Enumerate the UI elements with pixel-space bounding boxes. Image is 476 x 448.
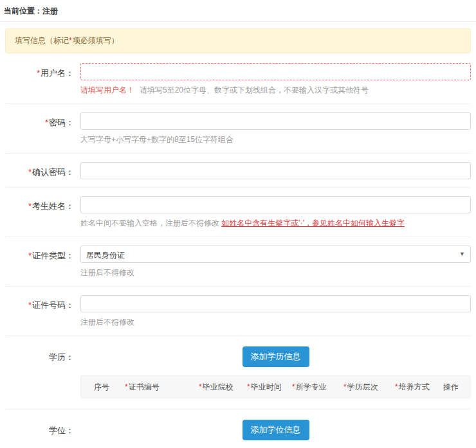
password-input[interactable]	[80, 112, 471, 130]
candidate-name-hint: 姓名中间不要输入空格，注册后不得修改 如姓名中含有生僻字或'·'，参见姓名中如何…	[80, 218, 471, 229]
id-type-hint: 注册后不得修改	[80, 267, 471, 278]
banner-text-prefix: 填写信息（标记	[15, 36, 69, 45]
required-star: *	[125, 382, 128, 391]
rare-character-help-link[interactable]: 如姓名中含有生僻字或'·'，参见姓名中如何输入生僻字	[221, 219, 405, 228]
required-star: *	[69, 36, 72, 45]
required-star: *	[37, 68, 40, 78]
username-error-message: 请填写用户名！	[80, 85, 134, 94]
breadcrumb-text: 当前位置：注册	[4, 6, 58, 15]
required-star: *	[28, 201, 32, 211]
password-label: *密码：	[5, 112, 80, 145]
required-star: *	[45, 118, 48, 127]
add-education-button[interactable]: 添加学历信息	[243, 346, 309, 367]
add-degree-button[interactable]: 添加学位信息	[243, 420, 309, 440]
column-header: 序号	[94, 382, 125, 393]
required-star: *	[28, 300, 32, 310]
column-header: *学历层次	[343, 382, 395, 393]
id-type-selected-value: 居民身份证	[86, 251, 125, 260]
education-label: 学历：	[5, 345, 80, 399]
form-row-confirm-password: *确认密码：	[5, 154, 471, 188]
required-star: *	[395, 382, 398, 391]
required-star: *	[199, 382, 202, 391]
confirm-password-label: *确认密码：	[5, 162, 80, 179]
username-label: *用户名：	[5, 63, 80, 96]
id-number-label: *证件号码：	[5, 295, 80, 328]
username-input[interactable]	[80, 63, 471, 80]
required-notice-banner: 填写信息（标记*项必须填写）	[5, 28, 471, 53]
form-row-id-number: *证件号码： 注册后不得修改	[5, 287, 471, 336]
password-hint: 大写字母+小写字母+数字的8至15位字符组合	[80, 134, 471, 145]
chevron-down-icon: ▼	[459, 251, 465, 257]
column-header: *所学专业	[292, 382, 343, 393]
required-star: *	[292, 382, 295, 391]
username-hint-text: 请填写5至20位字母、数字或下划线组合，不要输入汉字或其他符号	[140, 85, 369, 94]
required-star: *	[28, 251, 32, 260]
column-header: *毕业院校	[199, 382, 247, 393]
username-hint: 请填写用户名！请填写5至20位字母、数字或下划线组合，不要输入汉字或其他符号	[80, 85, 471, 96]
candidate-name-input[interactable]	[80, 196, 471, 213]
required-star: *	[28, 167, 32, 177]
column-header: 操作	[443, 382, 470, 393]
column-header: *毕业时间	[247, 382, 292, 393]
form-row-degree: 学位： 添加学位信息 序号*证书编号*学校名称*取得时间*专业*学位层次操作	[5, 409, 471, 448]
id-number-input[interactable]	[80, 295, 471, 312]
confirm-password-input[interactable]	[80, 162, 471, 179]
id-type-label: *证件类型：	[5, 246, 80, 278]
form-row-id-type: *证件类型： 居民身份证 ▼ 注册后不得修改	[5, 237, 471, 287]
required-star: *	[343, 382, 347, 391]
degree-label: 学位：	[5, 418, 80, 448]
form-row-username: *用户名： 请填写用户名！请填写5至20位字母、数字或下划线组合，不要输入汉字或…	[5, 55, 471, 104]
required-star: *	[247, 382, 250, 391]
form-row-education: 学历： 添加学历信息 序号*证书编号*毕业院校*毕业时间*所学专业*学历层次*培…	[5, 336, 471, 409]
breadcrumb: 当前位置：注册	[0, 0, 476, 22]
form-row-candidate-name: *考生姓名： 姓名中间不要输入空格，注册后不得修改 如姓名中含有生僻字或'·'，…	[5, 188, 471, 237]
form-row-password: *密码： 大写字母+小写字母+数字的8至15位字符组合	[5, 104, 471, 154]
registration-form: *用户名： 请填写用户名！请填写5至20位字母、数字或下划线组合，不要输入汉字或…	[5, 55, 471, 448]
column-header: *培养方式	[395, 382, 443, 393]
candidate-name-hint-text: 姓名中间不要输入空格，注册后不得修改	[80, 219, 221, 228]
id-number-hint: 注册后不得修改	[80, 317, 471, 328]
banner-text-suffix: 项必须填写）	[73, 36, 119, 45]
column-header: *证书编号	[125, 382, 199, 393]
education-table-header: 序号*证书编号*毕业院校*毕业时间*所学专业*学历层次*培养方式操作	[80, 375, 471, 399]
id-type-select[interactable]: 居民身份证 ▼	[80, 246, 471, 263]
candidate-name-label: *考生姓名：	[5, 196, 80, 229]
